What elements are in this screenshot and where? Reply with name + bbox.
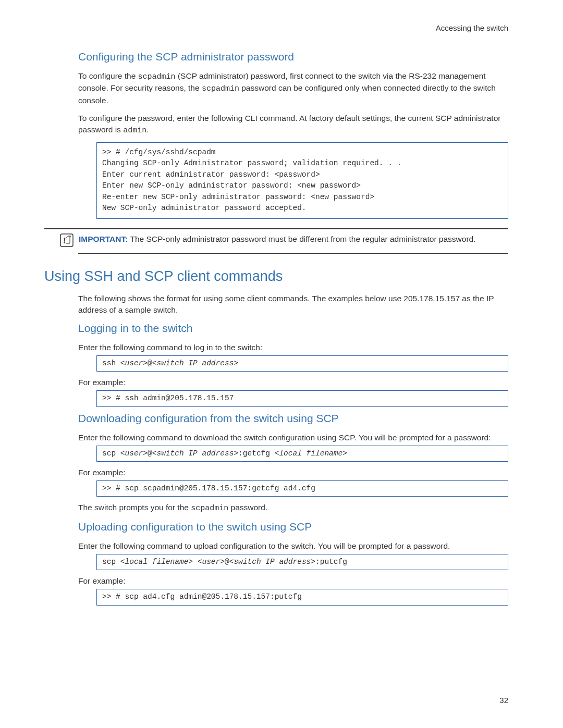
code-italic: user	[202, 558, 220, 566]
text: password.	[228, 503, 267, 512]
paragraph: Enter the following command to upload co…	[78, 540, 508, 552]
heading-downloading: Downloading configuration from the switc…	[78, 412, 508, 425]
code-block-scp-put-example: >> # scp ad4.cfg admin@205.178.15.157:pu…	[96, 589, 508, 605]
chapter-header: Accessing the switch	[44, 23, 508, 32]
paragraph: For example:	[78, 377, 508, 388]
page-number: 32	[499, 696, 508, 705]
code-italic: user	[125, 359, 143, 367]
code-italic: user	[125, 449, 143, 458]
paragraph: The switch prompts you for the scpadmin …	[78, 502, 508, 514]
inline-code: scpadmin	[202, 84, 239, 93]
text: The switch prompts you for the	[78, 503, 191, 512]
important-icon: !	[60, 233, 74, 249]
code: >:getcfg <	[234, 449, 279, 458]
important-text: IMPORTANT: The SCP-only administrator pa…	[79, 233, 476, 245]
section-logging-in: Logging in to the switch Enter the follo…	[78, 322, 508, 407]
important-label: IMPORTANT:	[79, 235, 128, 243]
inline-code: admin	[123, 126, 146, 135]
heading-logging-in: Logging in to the switch	[78, 322, 508, 335]
paragraph: Enter the following command to download …	[78, 432, 508, 443]
section-uploading: Uploading configuration to the switch us…	[78, 521, 508, 606]
code-italic: switch IP address	[156, 359, 234, 367]
code: scp <	[102, 558, 125, 566]
code: > <	[188, 558, 202, 566]
code-block-scp-put-format: scp <local filename> <user>@<switch IP a…	[96, 554, 508, 570]
code-block-ssh-format: ssh <user>@<switch IP address>	[96, 355, 508, 372]
paragraph: Enter the following command to log in to…	[78, 342, 508, 353]
code-block-scp-get-example: >> # scp scpadmin@205.178.15.157:getcfg …	[96, 480, 508, 497]
code: scp <	[102, 449, 125, 458]
document-page: Accessing the switch Configuring the SCP…	[0, 0, 563, 728]
paragraph: For example:	[78, 467, 508, 478]
code: >@<	[143, 359, 156, 367]
code-italic: local filename	[279, 449, 342, 458]
inline-code: scpadmin	[191, 504, 228, 513]
code: >:putcfg	[311, 558, 347, 566]
code-block-scp-get-format: scp <user>@<switch IP address>:getcfg <l…	[96, 446, 508, 462]
code: >@<	[220, 558, 234, 566]
svg-rect-0	[60, 234, 73, 246]
paragraph: The following shows the format for using…	[78, 293, 508, 316]
section-downloading: Downloading configuration from the switc…	[78, 412, 508, 514]
text: The SCP-only administrator password must…	[128, 235, 475, 243]
divider	[78, 253, 508, 254]
code: >	[342, 449, 347, 458]
paragraph: For example:	[78, 575, 508, 587]
code-italic: switch IP address	[156, 449, 234, 458]
section-config-scp: Configuring the SCP administrator passwo…	[78, 51, 508, 219]
code: ssh <	[102, 359, 125, 367]
svg-point-4	[70, 235, 71, 235]
heading-using-ssh: Using SSH and SCP client commands	[44, 268, 508, 285]
code: >@<	[143, 449, 156, 458]
code-italic: switch IP address	[234, 558, 311, 566]
paragraph: To configure the scpadmin (SCP administr…	[78, 70, 508, 106]
heading-config-scp: Configuring the SCP administrator passwo…	[78, 51, 508, 63]
section-using-ssh: The following shows the format for using…	[78, 293, 508, 316]
divider	[44, 228, 508, 229]
important-note: ! IMPORTANT: The SCP-only administrator …	[60, 233, 508, 249]
svg-point-2	[68, 235, 69, 236]
text: .	[146, 125, 149, 134]
paragraph: To configure the password, enter the fol…	[78, 113, 508, 136]
svg-point-3	[69, 235, 70, 236]
code-block-scpadm: >> # /cfg/sys/sshd/scpadm Changing SCP-o…	[96, 142, 508, 219]
text: To configure the	[78, 71, 138, 80]
code-block-ssh-example: >> # ssh admin@205.178.15.157	[96, 390, 508, 406]
inline-code: scpadmin	[138, 72, 176, 81]
code: >	[234, 359, 238, 367]
code-italic: local filename	[125, 558, 189, 566]
svg-text:!: !	[63, 236, 66, 245]
heading-uploading: Uploading configuration to the switch us…	[78, 521, 508, 533]
